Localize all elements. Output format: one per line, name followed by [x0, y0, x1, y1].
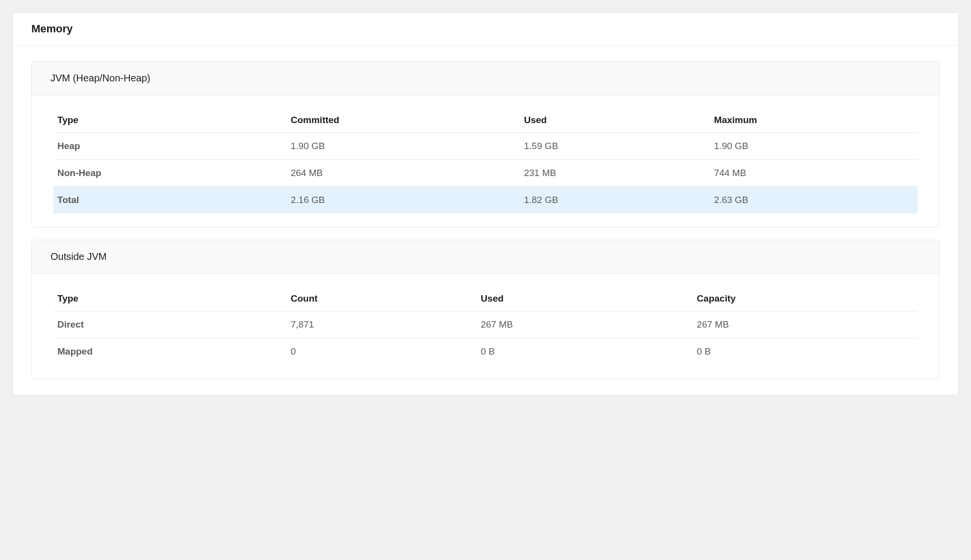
outside-direct-type: Direct: [53, 311, 287, 338]
outside-header-row: Type Count Used Capacity: [53, 287, 918, 311]
jvm-header-type: Type: [53, 109, 287, 133]
table-row: Heap 1.90 GB 1.59 GB 1.90 GB: [53, 133, 918, 160]
outside-header-type: Type: [53, 287, 287, 311]
outside-jvm-section-body: Type Count Used Capacity Direct 7,871 26…: [32, 274, 939, 379]
outside-header-used: Used: [477, 287, 693, 311]
table-row: Mapped 0 0 B 0 B: [53, 338, 918, 365]
outside-header-capacity: Capacity: [693, 287, 918, 311]
table-row-total: Total 2.16 GB 1.82 GB 2.63 GB: [53, 187, 918, 214]
outside-jvm-section: Outside JVM Type Count Used Capacity Dir…: [31, 240, 940, 379]
jvm-total-committed: 2.16 GB: [287, 187, 520, 214]
jvm-heap-type: Heap: [53, 133, 287, 160]
jvm-heap-used: 1.59 GB: [520, 133, 710, 160]
jvm-total-maximum: 2.63 GB: [710, 187, 918, 214]
outside-jvm-table: Type Count Used Capacity Direct 7,871 26…: [53, 287, 918, 365]
jvm-section: JVM (Heap/Non-Heap) Type Committed Used …: [31, 61, 940, 228]
jvm-header-maximum: Maximum: [710, 109, 918, 133]
outside-mapped-type: Mapped: [53, 338, 287, 365]
outside-direct-capacity: 267 MB: [693, 311, 918, 338]
jvm-table: Type Committed Used Maximum Heap 1.90 GB…: [53, 109, 918, 213]
outside-jvm-section-title: Outside JVM: [32, 240, 939, 274]
jvm-nonheap-maximum: 744 MB: [710, 160, 918, 187]
outside-mapped-capacity: 0 B: [693, 338, 918, 365]
jvm-total-used: 1.82 GB: [520, 187, 710, 214]
panel-body: JVM (Heap/Non-Heap) Type Committed Used …: [13, 46, 958, 395]
outside-mapped-used: 0 B: [477, 338, 693, 365]
jvm-heap-maximum: 1.90 GB: [710, 133, 918, 160]
table-row: Non-Heap 264 MB 231 MB 744 MB: [53, 160, 918, 187]
jvm-section-body: Type Committed Used Maximum Heap 1.90 GB…: [32, 95, 939, 227]
jvm-nonheap-committed: 264 MB: [287, 160, 520, 187]
outside-direct-count: 7,871: [287, 311, 477, 338]
outside-direct-used: 267 MB: [477, 311, 693, 338]
outside-header-count: Count: [287, 287, 477, 311]
jvm-heap-committed: 1.90 GB: [287, 133, 520, 160]
table-row: Direct 7,871 267 MB 267 MB: [53, 311, 918, 338]
outside-mapped-count: 0: [287, 338, 477, 365]
page-title: Memory: [13, 13, 958, 46]
jvm-section-title: JVM (Heap/Non-Heap): [32, 62, 939, 95]
jvm-header-committed: Committed: [287, 109, 520, 133]
memory-panel: Memory JVM (Heap/Non-Heap) Type Committe…: [12, 12, 959, 395]
jvm-nonheap-used: 231 MB: [520, 160, 710, 187]
jvm-header-used: Used: [520, 109, 710, 133]
jvm-total-type: Total: [53, 187, 287, 214]
jvm-header-row: Type Committed Used Maximum: [53, 109, 918, 133]
jvm-nonheap-type: Non-Heap: [53, 160, 287, 187]
